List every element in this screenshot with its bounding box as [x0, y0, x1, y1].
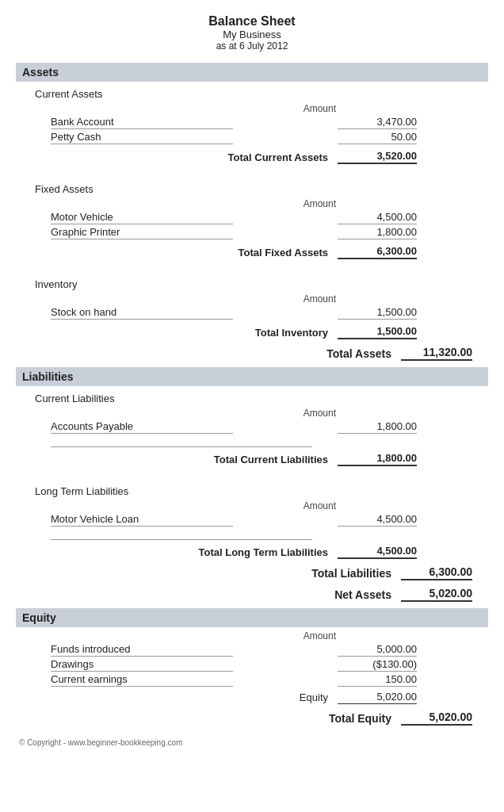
inventory-total-label: Total Inventory: [255, 327, 328, 339]
total-liabilities-row: Total Liabilities 6,300.00: [16, 565, 488, 580]
equity-amount-header: Amount: [16, 630, 488, 642]
assets-header: Assets: [16, 63, 488, 82]
page: Balance Sheet My Business as at 6 July 2…: [0, 0, 504, 755]
list-item: Accounts Payable 1,800.00: [16, 419, 488, 435]
drawings-amount: ($130.00): [338, 658, 417, 672]
list-item: Drawings ($130.00): [16, 657, 488, 672]
stock-on-hand-amount: 1,500.00: [338, 306, 417, 320]
current-earnings-label: Current earnings: [51, 673, 233, 687]
fixed-assets-label: Fixed Assets: [16, 183, 488, 195]
current-assets-subsection: Current Assets Amount Bank Account 3,470…: [16, 88, 488, 164]
bank-account-amount: 3,470.00: [338, 116, 417, 129]
list-item: Stock on hand 1,500.00: [16, 305, 488, 320]
total-equity-label: Total Equity: [329, 712, 391, 725]
inventory-amount-header: Amount: [16, 293, 488, 304]
petty-cash-amount: 50.00: [338, 131, 417, 144]
current-assets-label: Current Assets: [16, 88, 488, 100]
liabilities-section: Liabilities Current Liabilities Amount A…: [16, 367, 488, 602]
equity-section: Equity Amount Funds introduced 5,000.00 …: [16, 608, 488, 726]
total-liabilities-amount: 6,300.00: [401, 565, 472, 580]
copyright: © Copyright - www.beginner-bookkeeping.c…: [16, 738, 488, 747]
total-assets-label: Total Assets: [326, 347, 391, 360]
total-assets-amount: 11,320.00: [401, 346, 472, 361]
graphic-printer-label: Graphic Printer: [51, 226, 233, 239]
funds-introduced-amount: 5,000.00: [338, 643, 417, 657]
list-item: Petty Cash 50.00: [16, 130, 488, 145]
fixed-assets-total-row: Total Fixed Assets 6,300.00: [16, 245, 488, 259]
graphic-printer-amount: 1,800.00: [338, 226, 417, 239]
blank-line: [16, 435, 488, 447]
current-liabilities-total-label: Total Current Liabilities: [214, 454, 328, 465]
equity-subtotal-label: Equity: [300, 691, 328, 703]
list-item: Motor Vehicle Loan 4,500.00: [16, 512, 488, 527]
net-assets-amount: 5,020.00: [401, 587, 472, 602]
current-assets-total-amount: 3,520.00: [338, 150, 417, 164]
fixed-assets-total-amount: 6,300.00: [338, 245, 417, 259]
petty-cash-label: Petty Cash: [51, 131, 233, 144]
inventory-total-amount: 1,500.00: [338, 325, 417, 339]
net-assets-label: Net Assets: [334, 588, 391, 601]
long-term-liabilities-label: Long Term Liabilities: [16, 485, 488, 497]
accounts-payable-amount: 1,800.00: [338, 420, 417, 434]
long-term-liabilities-total-row: Total Long Term Liabilities 4,500.00: [16, 545, 488, 559]
current-assets-total-row: Total Current Assets 3,520.00: [16, 150, 488, 164]
inventory-label: Inventory: [16, 278, 488, 290]
total-liabilities-label: Total Liabilities: [311, 567, 391, 580]
fixed-assets-amount-header: Amount: [16, 198, 488, 209]
fixed-assets-total-label: Total Fixed Assets: [239, 247, 328, 259]
blank-line: [16, 527, 488, 540]
stock-on-hand-label: Stock on hand: [51, 306, 233, 320]
current-liabilities-total-row: Total Current Liabilities 1,800.00: [16, 452, 488, 466]
current-liabilities-label: Current Liabilities: [16, 393, 488, 404]
fixed-assets-subsection: Fixed Assets Amount Motor Vehicle 4,500.…: [16, 183, 488, 259]
current-liabilities-amount-header: Amount: [16, 408, 488, 419]
inventory-subsection: Inventory Amount Stock on hand 1,500.00 …: [16, 278, 488, 339]
drawings-label: Drawings: [51, 658, 233, 672]
motor-vehicle-loan-label: Motor Vehicle Loan: [51, 513, 233, 527]
assets-section: Assets Current Assets Amount Bank Accoun…: [16, 63, 488, 361]
total-assets-row: Total Assets 11,320.00: [16, 346, 488, 361]
current-earnings-amount: 150.00: [338, 673, 417, 687]
total-equity-row: Total Equity 5,020.00: [16, 710, 488, 726]
liabilities-header: Liabilities: [16, 367, 488, 386]
motor-vehicle-amount: 4,500.00: [338, 211, 417, 224]
current-liabilities-total-amount: 1,800.00: [338, 452, 417, 466]
long-term-liabilities-total-label: Total Long Term Liabilities: [199, 546, 328, 558]
list-item: Motor Vehicle 4,500.00: [16, 210, 488, 225]
bank-account-label: Bank Account: [51, 116, 233, 129]
equity-subtotal-row: Equity 5,020.00: [16, 691, 488, 704]
list-item: Graphic Printer 1,800.00: [16, 225, 488, 240]
equity-header: Equity: [16, 608, 488, 627]
list-item: Bank Account 3,470.00: [16, 115, 488, 130]
net-assets-row: Net Assets 5,020.00: [16, 587, 488, 602]
list-item: Funds introduced 5,000.00: [16, 642, 488, 657]
report-date: as at 6 July 2012: [16, 40, 488, 52]
current-assets-amount-header: Amount: [16, 103, 488, 114]
report-header: Balance Sheet My Business as at 6 July 2…: [16, 14, 488, 52]
funds-introduced-label: Funds introduced: [51, 643, 233, 657]
equity-subtotal-amount: 5,020.00: [338, 691, 417, 704]
current-liabilities-subsection: Current Liabilities Amount Accounts Paya…: [16, 393, 488, 466]
current-assets-total-label: Total Current Assets: [228, 151, 328, 163]
motor-vehicle-label: Motor Vehicle: [51, 211, 233, 224]
long-term-liabilities-subsection: Long Term Liabilities Amount Motor Vehic…: [16, 485, 488, 559]
report-title: Balance Sheet: [16, 14, 488, 29]
inventory-total-row: Total Inventory 1,500.00: [16, 325, 488, 339]
long-term-liabilities-total-amount: 4,500.00: [338, 545, 417, 559]
list-item: Current earnings 150.00: [16, 672, 488, 688]
business-name: My Business: [16, 29, 488, 40]
long-term-liabilities-amount-header: Amount: [16, 500, 488, 511]
accounts-payable-label: Accounts Payable: [51, 420, 233, 434]
total-equity-amount: 5,020.00: [401, 710, 472, 726]
motor-vehicle-loan-amount: 4,500.00: [338, 513, 417, 527]
